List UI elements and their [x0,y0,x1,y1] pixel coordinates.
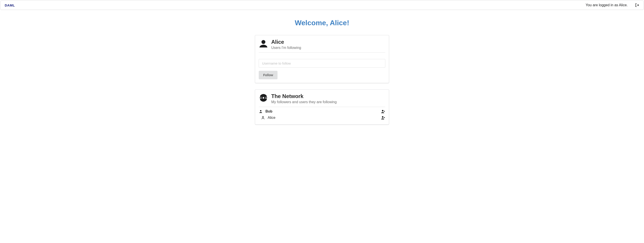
add-user-icon[interactable] [381,115,385,120]
network-row: Alice [259,115,385,121]
follow-button[interactable]: Follow [259,71,278,79]
network-list: BobAlice [259,108,385,121]
topbar-right: You are logged in as Alice. [586,3,639,7]
network-card-title: The Network [271,93,337,100]
network-row: Bob [259,108,385,115]
svg-point-0 [262,40,266,44]
welcome-heading: Welcome, Alice! [0,19,644,27]
user-icon [259,39,268,48]
following-card: Alice Users I'm following Follow [255,35,389,83]
network-row-name: Bob [266,109,272,113]
network-row-left: Bob [259,109,272,113]
logo: DAML [5,3,15,7]
network-row-name: Alice [268,116,276,120]
svg-point-3 [260,110,262,111]
following-card-subtitle: Users I'm following [271,46,301,50]
svg-point-6 [382,116,384,118]
username-to-follow-input[interactable] [259,59,385,68]
following-card-title: Alice [271,39,301,45]
network-card-header: The Network My followers and users they … [259,93,385,107]
network-card: The Network My followers and users they … [255,89,389,125]
following-card-header: Alice Users I'm following [259,39,385,52]
login-status-text: You are logged in as Alice. [586,3,628,7]
svg-point-5 [262,116,264,118]
network-card-subtitle: My followers and users they are followin… [271,100,337,104]
globe-icon [259,93,268,102]
user-outline-icon [261,116,265,120]
svg-point-4 [382,110,384,111]
logout-icon[interactable] [635,3,639,7]
user-icon [259,109,263,113]
divider [259,107,385,107]
divider [259,52,385,53]
add-user-icon[interactable] [381,109,385,114]
top-menu: DAML You are logged in as Alice. [0,0,644,10]
network-row-left: Alice [259,116,276,120]
